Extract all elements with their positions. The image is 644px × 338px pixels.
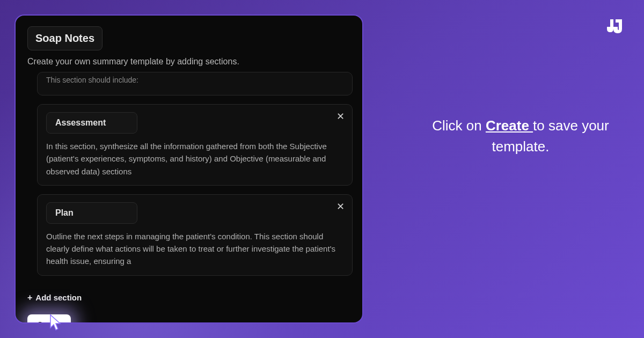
plus-icon: + [27, 293, 32, 303]
close-icon[interactable]: ✕ [335, 201, 346, 212]
panel-subtitle: Create your own summary template by addi… [27, 57, 352, 67]
template-editor-panel: Soap Notes Create your own summary templ… [14, 14, 363, 324]
template-title-input[interactable]: Soap Notes [27, 26, 103, 50]
add-section-button[interactable]: + Add section [27, 289, 82, 307]
section-include-label: This section should include: [46, 76, 343, 84]
instruction-highlight: Create [486, 117, 533, 134]
section-name-input[interactable]: Assessment [46, 112, 137, 134]
section-content-text[interactable]: Outline the next steps in managing the p… [46, 230, 343, 268]
instruction-text: Click on Create to save your template. [413, 115, 628, 157]
section-card-plan: ✕ Plan Outline the next steps in managin… [37, 194, 353, 276]
add-section-label: Add section [35, 293, 82, 302]
close-icon[interactable]: ✕ [335, 111, 346, 122]
cursor-icon [49, 314, 63, 331]
section-content-text[interactable]: In this section, synthesize all the info… [46, 140, 343, 178]
section-card-partial: This section should include: [37, 72, 353, 95]
section-name-input[interactable]: Plan [46, 202, 137, 224]
section-card-assessment: ✕ Assessment In this section, synthesize… [37, 104, 353, 186]
brand-logo [604, 16, 625, 38]
